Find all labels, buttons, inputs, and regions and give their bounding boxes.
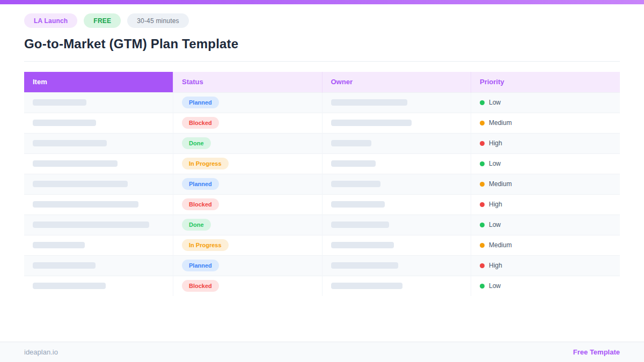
status-badge: Blocked xyxy=(182,117,219,129)
item-cell xyxy=(24,174,173,194)
column-header-owner: Owner xyxy=(322,72,471,92)
column-header-priority: Priority xyxy=(471,72,620,92)
priority-dot-icon xyxy=(480,223,485,227)
priority-dot-icon xyxy=(480,121,485,125)
table-row: BlockedMedium xyxy=(24,113,620,133)
item-cell xyxy=(24,113,173,133)
priority-cell: High xyxy=(471,255,620,276)
priority-cell: Low xyxy=(471,276,620,296)
item-placeholder-bar xyxy=(33,160,118,167)
owner-placeholder-bar xyxy=(331,262,398,269)
owner-placeholder-bar xyxy=(331,181,380,187)
status-cell: Planned xyxy=(173,255,323,276)
owner-placeholder-bar xyxy=(331,160,376,167)
priority-label: Low xyxy=(489,282,501,290)
owner-placeholder-bar xyxy=(331,140,371,146)
owner-cell xyxy=(322,215,471,235)
priority-cell: Low xyxy=(471,92,620,113)
priority-cell: High xyxy=(471,133,620,153)
owner-cell xyxy=(322,153,471,174)
priority-label: Low xyxy=(489,160,501,167)
title-divider xyxy=(24,61,620,62)
table-row: PlannedMedium xyxy=(24,174,620,194)
priority-cell: Medium xyxy=(471,174,620,194)
footer-site-label: ideaplan.io xyxy=(24,348,58,356)
priority-dot-icon xyxy=(480,284,485,289)
priority-label: Medium xyxy=(489,119,512,127)
status-badge: Blocked xyxy=(182,198,219,210)
status-cell: In Progress xyxy=(173,153,323,174)
item-placeholder-bar xyxy=(33,221,149,228)
priority-label: High xyxy=(489,201,502,208)
owner-placeholder-bar xyxy=(331,120,412,126)
priority-dot-icon xyxy=(480,100,485,105)
owner-cell xyxy=(322,174,471,194)
owner-cell xyxy=(322,133,471,153)
status-badge: In Progress xyxy=(182,239,229,251)
table-header-row: Item Status Owner Priority xyxy=(24,72,620,92)
table-row: PlannedLow xyxy=(24,92,620,113)
status-cell: Done xyxy=(173,215,323,235)
priority-dot-icon xyxy=(480,161,485,166)
priority-label: Low xyxy=(489,99,501,106)
item-cell xyxy=(24,194,173,215)
owner-cell xyxy=(322,276,471,296)
item-placeholder-bar xyxy=(33,242,85,248)
status-badge: Planned xyxy=(182,178,219,190)
item-placeholder-bar xyxy=(33,99,86,106)
table-row: In ProgressLow xyxy=(24,153,620,174)
owner-cell xyxy=(322,194,471,215)
priority-cell: Medium xyxy=(471,235,620,255)
owner-placeholder-bar xyxy=(331,99,407,106)
free-badge: FREE xyxy=(84,13,121,28)
priority-cell: Low xyxy=(471,153,620,174)
footer-free-template-link[interactable]: Free Template xyxy=(573,348,620,356)
owner-cell xyxy=(322,113,471,133)
priority-cell: High xyxy=(471,194,620,215)
owner-cell xyxy=(322,255,471,276)
status-badge: In Progress xyxy=(182,158,229,169)
status-cell: Done xyxy=(173,133,323,153)
priority-label: Medium xyxy=(489,241,512,249)
priority-dot-icon xyxy=(480,243,485,248)
priority-label: Low xyxy=(489,221,501,228)
priority-dot-icon xyxy=(480,141,485,146)
status-cell: Planned xyxy=(173,174,323,194)
table-row: In ProgressMedium xyxy=(24,235,620,255)
priority-label: High xyxy=(489,139,502,147)
owner-placeholder-bar xyxy=(331,283,402,289)
status-badge: Planned xyxy=(182,97,219,108)
item-cell xyxy=(24,235,173,255)
table-row: PlannedHigh xyxy=(24,255,620,276)
duration-badge: 30-45 minutes xyxy=(127,13,189,28)
priority-dot-icon xyxy=(480,263,485,268)
item-placeholder-bar xyxy=(33,262,96,269)
table-row: BlockedLow xyxy=(24,276,620,296)
priority-label: Medium xyxy=(489,180,512,188)
gtm-plan-table: Item Status Owner Priority PlannedLowBlo… xyxy=(24,72,620,296)
badge-row: LA Launch FREE 30-45 minutes xyxy=(24,13,620,28)
item-cell xyxy=(24,255,173,276)
priority-dot-icon xyxy=(480,182,485,187)
status-cell: Blocked xyxy=(173,113,323,133)
status-badge: Done xyxy=(182,137,211,149)
item-cell xyxy=(24,215,173,235)
owner-placeholder-bar xyxy=(331,221,389,228)
item-cell xyxy=(24,92,173,113)
item-placeholder-bar xyxy=(33,181,128,187)
priority-cell: Low xyxy=(471,215,620,235)
status-cell: Blocked xyxy=(173,194,323,215)
column-header-item: Item xyxy=(24,72,173,92)
table-row: DoneHigh xyxy=(24,133,620,153)
item-placeholder-bar xyxy=(33,140,107,146)
status-badge: Planned xyxy=(182,260,219,271)
table-body: PlannedLowBlockedMediumDoneHighIn Progre… xyxy=(24,92,620,296)
owner-placeholder-bar xyxy=(331,242,394,248)
priority-label: High xyxy=(489,262,502,269)
footer: ideaplan.io Free Template xyxy=(0,342,644,362)
owner-cell xyxy=(322,92,471,113)
status-badge: Done xyxy=(182,219,211,231)
column-header-status: Status xyxy=(173,72,323,92)
page-title: Go-to-Market (GTM) Plan Template xyxy=(24,36,620,51)
page-content: LA Launch FREE 30-45 minutes Go-to-Marke… xyxy=(0,13,644,296)
